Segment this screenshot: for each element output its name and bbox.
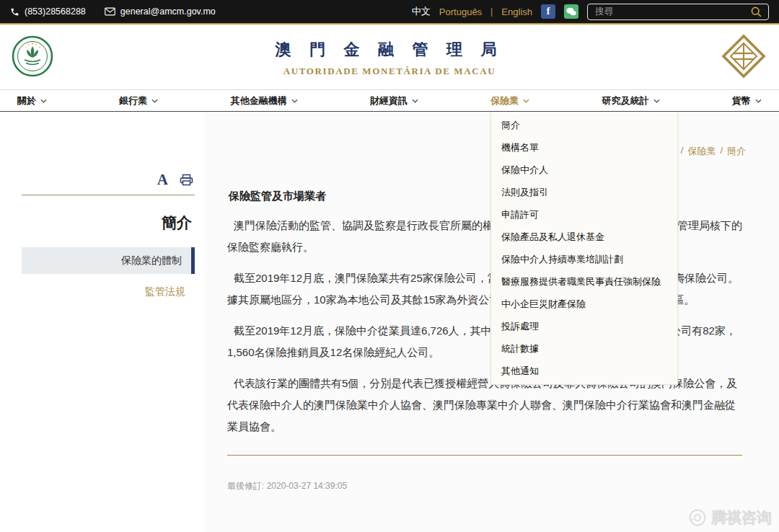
nav-label: 其他金融機構 [231, 94, 287, 107]
wechat-icon[interactable] [564, 4, 578, 19]
nav-item-currency[interactable]: 貨幣 [732, 94, 762, 107]
chevron-down-icon [755, 99, 762, 103]
topbar-right: 中文 Português | English f [412, 4, 769, 20]
lang-english[interactable]: English [501, 6, 532, 17]
insurance-dropdown-menu: 簡介 機構名單 保險中介人 法則及指引 申請許可 保險產品及私人退休基金 保險中… [490, 112, 678, 385]
nav-item-about[interactable]: 關於 [17, 94, 47, 107]
font-size-button[interactable]: A [157, 172, 168, 187]
content-area: 主頁 / 保險業 / 簡介 A 簡介 [0, 112, 779, 532]
nav-label: 關於 [17, 94, 36, 107]
topbar: (853)28568288 general@amcm.gov.mo 中文 Por… [0, 0, 779, 25]
watermark-text: 腾祺咨询 [711, 507, 772, 528]
nav-item-financial-information[interactable]: 財經資訊 [370, 94, 418, 107]
sidebar-item-insurance-system[interactable]: 保險業的體制 [22, 247, 195, 274]
email-address: general@amcm.gov.mo [120, 6, 216, 17]
last-modified-text: 最後修訂: 2020-03-27 14:39:05 [227, 480, 742, 492]
nav-label: 銀行業 [119, 94, 147, 107]
chevron-down-icon [653, 99, 660, 103]
dropdown-item-complaints[interactable]: 投訴處理 [491, 315, 677, 337]
sidebar-tools: A [22, 172, 195, 187]
chevron-down-icon [412, 99, 418, 103]
page: (853)28568288 general@amcm.gov.mo 中文 Por… [0, 0, 779, 532]
chevron-down-icon [291, 99, 298, 103]
sidebar-heading: 簡介 [22, 213, 195, 233]
dropdown-item-rules-guidelines[interactable]: 法則及指引 [491, 181, 677, 203]
content-divider [227, 455, 742, 456]
nav-label: 貨幣 [732, 94, 751, 107]
nav-item-other-financial-institutions[interactable]: 其他金融機構 [231, 94, 298, 107]
facebook-icon[interactable]: f [541, 4, 555, 19]
email-contact[interactable]: general@amcm.gov.mo [105, 6, 216, 17]
dropdown-item-other-notices[interactable]: 其他通知 [491, 360, 677, 382]
lang-chinese[interactable]: 中文 [412, 5, 431, 18]
breadcrumb-separator: / [681, 145, 684, 158]
site-title-portuguese: AUTORIDADE MONETÁRIA DE MACAU [0, 66, 779, 77]
print-icon[interactable] [180, 174, 193, 186]
dropdown-item-insurance-intermediaries[interactable]: 保險中介人 [491, 159, 677, 181]
phone-icon [10, 7, 19, 17]
sidebar-item-regulations[interactable]: 監管法規 [22, 278, 195, 305]
topbar-contacts: (853)28568288 general@amcm.gov.mo [10, 6, 216, 17]
sidebar-divider [22, 195, 195, 195]
dropdown-item-institution-list[interactable]: 機構名單 [491, 136, 677, 159]
nav-label: 財經資訊 [370, 94, 408, 107]
nav-item-banking[interactable]: 銀行業 [119, 94, 158, 107]
dropdown-item-cpd-programme[interactable]: 保險中介人持續專業培訓計劃 [491, 248, 677, 270]
breadcrumb-separator: / [720, 145, 723, 158]
watermark: 腾祺咨询 [688, 507, 772, 528]
chevron-down-icon [151, 99, 158, 103]
nav-item-insurance[interactable]: 保險業 [490, 94, 529, 107]
sidebar-item-label: 保險業的體制 [121, 254, 182, 267]
email-icon [105, 7, 115, 16]
site-header: 澳 門 金 融 管 理 局 AUTORIDADE MONETÁRIA DE MA… [0, 25, 779, 89]
sidebar-item-label: 監管法規 [145, 285, 185, 298]
breadcrumb-current: 簡介 [727, 145, 746, 158]
facebook-letter: f [547, 6, 550, 17]
nav-item-research-statistics[interactable]: 研究及統計 [602, 94, 660, 107]
lang-portuguese[interactable]: Português [439, 6, 482, 17]
phone-contact: (853)28568288 [10, 6, 86, 17]
chevron-down-icon [40, 99, 47, 103]
dropdown-item-medical-liability-insurance[interactable]: 醫療服務提供者職業民事責任強制保險 [491, 270, 677, 293]
dropdown-item-sme-catastrophe-insurance[interactable]: 中小企巨災財產保險 [491, 293, 677, 315]
nav-label: 保險業 [490, 94, 519, 107]
lang-divider: | [490, 6, 493, 17]
dropdown-item-introduction[interactable]: 簡介 [491, 114, 677, 136]
sidebar-menu: 保險業的體制 監管法規 [22, 247, 195, 305]
phone-number: (853)28568288 [25, 6, 86, 17]
site-titles: 澳 門 金 融 管 理 局 AUTORIDADE MONETÁRIA DE MA… [0, 39, 779, 77]
site-title-chinese: 澳 門 金 融 管 理 局 [0, 39, 779, 61]
dropdown-item-statistics[interactable]: 統計數據 [491, 337, 677, 360]
sidebar: A 簡介 保險業的體制 監管法規 [22, 172, 195, 305]
watermark-icon [688, 508, 707, 527]
search-icon[interactable] [750, 6, 762, 18]
search-box [587, 4, 769, 20]
search-input[interactable] [594, 6, 746, 17]
nav-label: 研究及統計 [602, 94, 649, 107]
main-nav: 關於 銀行業 其他金融機構 財經資訊 保險業 研究及統計 貨幣 [0, 89, 779, 112]
dropdown-item-products-pension-funds[interactable]: 保險產品及私人退休基金 [491, 226, 677, 248]
dropdown-item-application-license[interactable]: 申請許可 [491, 203, 677, 226]
amcm-logo[interactable] [721, 34, 766, 81]
breadcrumb-section[interactable]: 保險業 [687, 145, 716, 158]
chevron-down-icon [523, 99, 529, 103]
